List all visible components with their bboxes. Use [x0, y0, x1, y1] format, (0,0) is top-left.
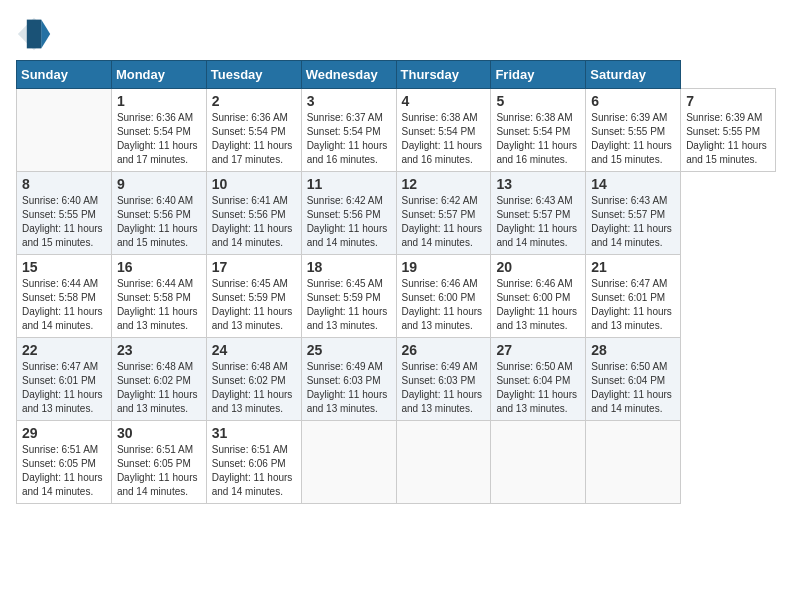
- day-detail: Sunrise: 6:44 AM Sunset: 5:58 PM Dayligh…: [22, 277, 106, 333]
- day-number: 2: [212, 93, 296, 109]
- calendar-cell: 6 Sunrise: 6:39 AM Sunset: 5:55 PM Dayli…: [586, 89, 681, 172]
- calendar-week-3: 15 Sunrise: 6:44 AM Sunset: 5:58 PM Dayl…: [17, 255, 776, 338]
- calendar-cell: 3 Sunrise: 6:37 AM Sunset: 5:54 PM Dayli…: [301, 89, 396, 172]
- calendar-cell: 19 Sunrise: 6:46 AM Sunset: 6:00 PM Dayl…: [396, 255, 491, 338]
- calendar-week-1: 1 Sunrise: 6:36 AM Sunset: 5:54 PM Dayli…: [17, 89, 776, 172]
- calendar-cell: 15 Sunrise: 6:44 AM Sunset: 5:58 PM Dayl…: [17, 255, 112, 338]
- calendar-cell: 5 Sunrise: 6:38 AM Sunset: 5:54 PM Dayli…: [491, 89, 586, 172]
- logo: [16, 16, 56, 52]
- calendar-cell: 8 Sunrise: 6:40 AM Sunset: 5:55 PM Dayli…: [17, 172, 112, 255]
- day-number: 7: [686, 93, 770, 109]
- calendar-cell: 9 Sunrise: 6:40 AM Sunset: 5:56 PM Dayli…: [111, 172, 206, 255]
- calendar-cell: 21 Sunrise: 6:47 AM Sunset: 6:01 PM Dayl…: [586, 255, 681, 338]
- day-number: 30: [117, 425, 201, 441]
- calendar-week-2: 8 Sunrise: 6:40 AM Sunset: 5:55 PM Dayli…: [17, 172, 776, 255]
- day-detail: Sunrise: 6:50 AM Sunset: 6:04 PM Dayligh…: [591, 360, 675, 416]
- day-detail: Sunrise: 6:51 AM Sunset: 6:05 PM Dayligh…: [117, 443, 201, 499]
- day-number: 24: [212, 342, 296, 358]
- day-detail: Sunrise: 6:51 AM Sunset: 6:05 PM Dayligh…: [22, 443, 106, 499]
- day-number: 3: [307, 93, 391, 109]
- calendar-week-5: 29 Sunrise: 6:51 AM Sunset: 6:05 PM Dayl…: [17, 421, 776, 504]
- svg-marker-2: [27, 20, 41, 49]
- day-detail: Sunrise: 6:49 AM Sunset: 6:03 PM Dayligh…: [307, 360, 391, 416]
- calendar-cell: 13 Sunrise: 6:43 AM Sunset: 5:57 PM Dayl…: [491, 172, 586, 255]
- day-detail: Sunrise: 6:49 AM Sunset: 6:03 PM Dayligh…: [402, 360, 486, 416]
- calendar-cell: 28 Sunrise: 6:50 AM Sunset: 6:04 PM Dayl…: [586, 338, 681, 421]
- logo-icon: [16, 16, 52, 52]
- calendar-cell: 1 Sunrise: 6:36 AM Sunset: 5:54 PM Dayli…: [111, 89, 206, 172]
- day-detail: Sunrise: 6:46 AM Sunset: 6:00 PM Dayligh…: [496, 277, 580, 333]
- day-detail: Sunrise: 6:45 AM Sunset: 5:59 PM Dayligh…: [212, 277, 296, 333]
- calendar-cell: 30 Sunrise: 6:51 AM Sunset: 6:05 PM Dayl…: [111, 421, 206, 504]
- day-detail: Sunrise: 6:36 AM Sunset: 5:54 PM Dayligh…: [117, 111, 201, 167]
- day-number: 27: [496, 342, 580, 358]
- calendar-cell: [491, 421, 586, 504]
- calendar-cell: 20 Sunrise: 6:46 AM Sunset: 6:00 PM Dayl…: [491, 255, 586, 338]
- col-header-tuesday: Tuesday: [206, 61, 301, 89]
- day-detail: Sunrise: 6:39 AM Sunset: 5:55 PM Dayligh…: [591, 111, 675, 167]
- day-number: 31: [212, 425, 296, 441]
- day-detail: Sunrise: 6:43 AM Sunset: 5:57 PM Dayligh…: [496, 194, 580, 250]
- day-detail: Sunrise: 6:50 AM Sunset: 6:04 PM Dayligh…: [496, 360, 580, 416]
- day-number: 10: [212, 176, 296, 192]
- day-number: 11: [307, 176, 391, 192]
- col-header-thursday: Thursday: [396, 61, 491, 89]
- day-detail: Sunrise: 6:40 AM Sunset: 5:55 PM Dayligh…: [22, 194, 106, 250]
- calendar-table: SundayMondayTuesdayWednesdayThursdayFrid…: [16, 60, 776, 504]
- day-detail: Sunrise: 6:36 AM Sunset: 5:54 PM Dayligh…: [212, 111, 296, 167]
- day-number: 19: [402, 259, 486, 275]
- day-number: 29: [22, 425, 106, 441]
- day-detail: Sunrise: 6:38 AM Sunset: 5:54 PM Dayligh…: [496, 111, 580, 167]
- calendar-cell: 27 Sunrise: 6:50 AM Sunset: 6:04 PM Dayl…: [491, 338, 586, 421]
- calendar-cell: [586, 421, 681, 504]
- day-number: 9: [117, 176, 201, 192]
- col-header-monday: Monday: [111, 61, 206, 89]
- calendar-cell: 18 Sunrise: 6:45 AM Sunset: 5:59 PM Dayl…: [301, 255, 396, 338]
- day-detail: Sunrise: 6:51 AM Sunset: 6:06 PM Dayligh…: [212, 443, 296, 499]
- day-detail: Sunrise: 6:47 AM Sunset: 6:01 PM Dayligh…: [591, 277, 675, 333]
- day-detail: Sunrise: 6:44 AM Sunset: 5:58 PM Dayligh…: [117, 277, 201, 333]
- day-number: 6: [591, 93, 675, 109]
- day-number: 12: [402, 176, 486, 192]
- day-number: 21: [591, 259, 675, 275]
- day-detail: Sunrise: 6:43 AM Sunset: 5:57 PM Dayligh…: [591, 194, 675, 250]
- day-number: 1: [117, 93, 201, 109]
- calendar-cell: [301, 421, 396, 504]
- calendar-cell: 31 Sunrise: 6:51 AM Sunset: 6:06 PM Dayl…: [206, 421, 301, 504]
- calendar-cell: 26 Sunrise: 6:49 AM Sunset: 6:03 PM Dayl…: [396, 338, 491, 421]
- calendar-cell: 24 Sunrise: 6:48 AM Sunset: 6:02 PM Dayl…: [206, 338, 301, 421]
- day-number: 25: [307, 342, 391, 358]
- day-number: 16: [117, 259, 201, 275]
- day-detail: Sunrise: 6:39 AM Sunset: 5:55 PM Dayligh…: [686, 111, 770, 167]
- calendar-cell: 7 Sunrise: 6:39 AM Sunset: 5:55 PM Dayli…: [681, 89, 776, 172]
- day-number: 14: [591, 176, 675, 192]
- day-number: 28: [591, 342, 675, 358]
- calendar-cell: [17, 89, 112, 172]
- col-header-saturday: Saturday: [586, 61, 681, 89]
- day-number: 20: [496, 259, 580, 275]
- calendar-cell: 12 Sunrise: 6:42 AM Sunset: 5:57 PM Dayl…: [396, 172, 491, 255]
- day-number: 4: [402, 93, 486, 109]
- day-number: 13: [496, 176, 580, 192]
- day-number: 8: [22, 176, 106, 192]
- col-header-friday: Friday: [491, 61, 586, 89]
- calendar-cell: 2 Sunrise: 6:36 AM Sunset: 5:54 PM Dayli…: [206, 89, 301, 172]
- calendar-cell: 10 Sunrise: 6:41 AM Sunset: 5:56 PM Dayl…: [206, 172, 301, 255]
- day-number: 23: [117, 342, 201, 358]
- calendar-cell: 25 Sunrise: 6:49 AM Sunset: 6:03 PM Dayl…: [301, 338, 396, 421]
- day-detail: Sunrise: 6:47 AM Sunset: 6:01 PM Dayligh…: [22, 360, 106, 416]
- day-detail: Sunrise: 6:42 AM Sunset: 5:57 PM Dayligh…: [402, 194, 486, 250]
- calendar-cell: 11 Sunrise: 6:42 AM Sunset: 5:56 PM Dayl…: [301, 172, 396, 255]
- day-detail: Sunrise: 6:45 AM Sunset: 5:59 PM Dayligh…: [307, 277, 391, 333]
- calendar-cell: 22 Sunrise: 6:47 AM Sunset: 6:01 PM Dayl…: [17, 338, 112, 421]
- calendar-cell: 17 Sunrise: 6:45 AM Sunset: 5:59 PM Dayl…: [206, 255, 301, 338]
- svg-marker-1: [41, 20, 50, 49]
- col-header-sunday: Sunday: [17, 61, 112, 89]
- day-detail: Sunrise: 6:42 AM Sunset: 5:56 PM Dayligh…: [307, 194, 391, 250]
- calendar-cell: 16 Sunrise: 6:44 AM Sunset: 5:58 PM Dayl…: [111, 255, 206, 338]
- day-detail: Sunrise: 6:48 AM Sunset: 6:02 PM Dayligh…: [212, 360, 296, 416]
- day-number: 15: [22, 259, 106, 275]
- day-detail: Sunrise: 6:38 AM Sunset: 5:54 PM Dayligh…: [402, 111, 486, 167]
- day-detail: Sunrise: 6:48 AM Sunset: 6:02 PM Dayligh…: [117, 360, 201, 416]
- day-number: 5: [496, 93, 580, 109]
